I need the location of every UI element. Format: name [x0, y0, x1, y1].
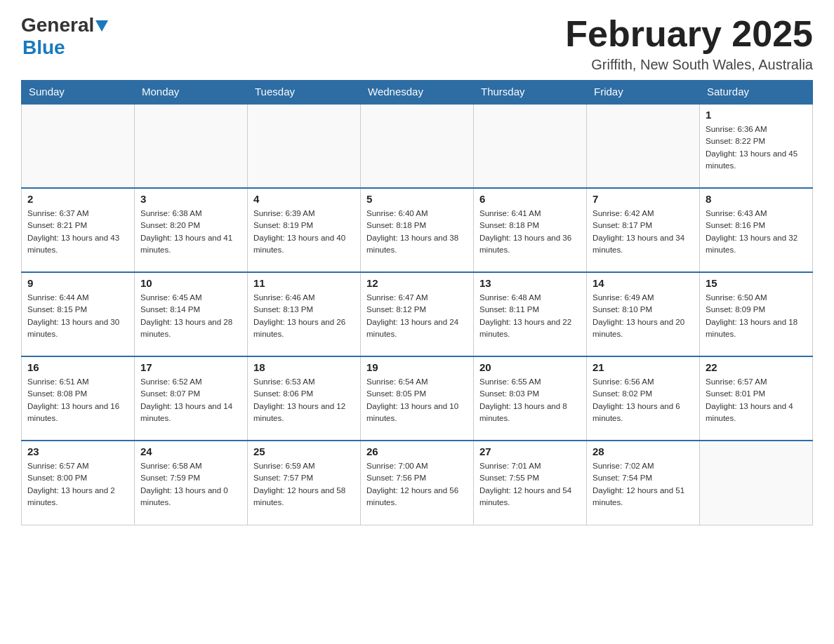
calendar-cell: 23Sunrise: 6:57 AMSunset: 8:00 PMDayligh… — [22, 441, 135, 525]
day-number: 24 — [140, 445, 241, 457]
day-info: Sunrise: 6:53 AMSunset: 8:06 PMDaylight:… — [253, 376, 355, 424]
day-number: 6 — [479, 193, 581, 205]
day-number: 3 — [140, 193, 241, 205]
day-header-monday: Monday — [135, 80, 248, 104]
calendar-cell: 3Sunrise: 6:38 AMSunset: 8:20 PMDaylight… — [135, 188, 248, 272]
day-info: Sunrise: 6:45 AMSunset: 8:14 PMDaylight:… — [140, 292, 241, 340]
day-number: 19 — [366, 361, 468, 373]
day-number: 9 — [27, 277, 128, 289]
calendar-week-row: 16Sunrise: 6:51 AMSunset: 8:08 PMDayligh… — [22, 356, 813, 441]
title-block: February 2025 Griffith, New South Wales,… — [565, 14, 813, 73]
calendar-cell: 22Sunrise: 6:57 AMSunset: 8:01 PMDayligh… — [700, 356, 813, 441]
logo-general-text: General — [21, 14, 94, 36]
calendar-cell: 26Sunrise: 7:00 AMSunset: 7:56 PMDayligh… — [361, 441, 474, 525]
day-info: Sunrise: 6:51 AMSunset: 8:08 PMDaylight:… — [27, 376, 128, 424]
calendar-cell — [587, 104, 700, 188]
calendar-cell: 16Sunrise: 6:51 AMSunset: 8:08 PMDayligh… — [22, 356, 135, 441]
day-number: 20 — [479, 361, 581, 373]
day-info: Sunrise: 6:42 AMSunset: 8:17 PMDaylight:… — [593, 208, 694, 256]
calendar-cell: 15Sunrise: 6:50 AMSunset: 8:09 PMDayligh… — [700, 272, 813, 356]
day-header-sunday: Sunday — [22, 80, 135, 104]
calendar-cell — [474, 104, 587, 188]
calendar-week-row: 23Sunrise: 6:57 AMSunset: 8:00 PMDayligh… — [22, 441, 813, 525]
page-header: General Blue February 2025 Griffith, New… — [21, 14, 813, 73]
calendar-cell: 28Sunrise: 7:02 AMSunset: 7:54 PMDayligh… — [587, 441, 700, 525]
calendar-cell: 8Sunrise: 6:43 AMSunset: 8:16 PMDaylight… — [700, 188, 813, 272]
day-number: 28 — [593, 445, 694, 457]
location-subtitle: Griffith, New South Wales, Australia — [565, 57, 813, 73]
day-info: Sunrise: 6:48 AMSunset: 8:11 PMDaylight:… — [479, 292, 581, 340]
day-number: 21 — [593, 361, 694, 373]
day-number: 25 — [253, 445, 355, 457]
calendar-cell: 5Sunrise: 6:40 AMSunset: 8:18 PMDaylight… — [361, 188, 474, 272]
calendar-cell: 25Sunrise: 6:59 AMSunset: 7:57 PMDayligh… — [248, 441, 361, 525]
day-info: Sunrise: 7:00 AMSunset: 7:56 PMDaylight:… — [366, 460, 468, 509]
day-info: Sunrise: 6:57 AMSunset: 8:00 PMDaylight:… — [27, 460, 128, 509]
day-info: Sunrise: 6:47 AMSunset: 8:12 PMDaylight:… — [366, 292, 468, 340]
day-info: Sunrise: 6:56 AMSunset: 8:02 PMDaylight:… — [593, 376, 694, 424]
day-info: Sunrise: 6:52 AMSunset: 8:07 PMDaylight:… — [140, 376, 241, 424]
day-number: 15 — [706, 277, 807, 289]
day-info: Sunrise: 6:50 AMSunset: 8:09 PMDaylight:… — [706, 292, 807, 340]
day-info: Sunrise: 6:38 AMSunset: 8:20 PMDaylight:… — [140, 208, 241, 256]
day-number: 8 — [706, 193, 807, 205]
day-info: Sunrise: 6:54 AMSunset: 8:05 PMDaylight:… — [366, 376, 468, 424]
calendar-table: SundayMondayTuesdayWednesdayThursdayFrid… — [21, 80, 813, 525]
calendar-cell — [700, 441, 813, 525]
calendar-cell: 17Sunrise: 6:52 AMSunset: 8:07 PMDayligh… — [135, 356, 248, 441]
day-number: 23 — [27, 445, 128, 457]
calendar-cell: 21Sunrise: 6:56 AMSunset: 8:02 PMDayligh… — [587, 356, 700, 441]
day-header-thursday: Thursday — [474, 80, 587, 104]
day-info: Sunrise: 6:59 AMSunset: 7:57 PMDaylight:… — [253, 460, 355, 509]
day-header-friday: Friday — [587, 80, 700, 104]
calendar-cell: 12Sunrise: 6:47 AMSunset: 8:12 PMDayligh… — [361, 272, 474, 356]
calendar-header-row: SundayMondayTuesdayWednesdayThursdayFrid… — [22, 80, 813, 104]
day-number: 12 — [366, 277, 468, 289]
month-title: February 2025 — [565, 14, 813, 54]
day-info: Sunrise: 7:02 AMSunset: 7:54 PMDaylight:… — [593, 460, 694, 509]
day-info: Sunrise: 6:49 AMSunset: 8:10 PMDaylight:… — [593, 292, 694, 340]
day-number: 18 — [253, 361, 355, 373]
day-header-wednesday: Wednesday — [361, 80, 474, 104]
day-info: Sunrise: 6:39 AMSunset: 8:19 PMDaylight:… — [253, 208, 355, 256]
day-info: Sunrise: 6:36 AMSunset: 8:22 PMDaylight:… — [706, 123, 807, 172]
calendar-cell: 14Sunrise: 6:49 AMSunset: 8:10 PMDayligh… — [587, 272, 700, 356]
calendar-cell — [22, 104, 135, 188]
day-header-saturday: Saturday — [700, 80, 813, 104]
day-number: 14 — [593, 277, 694, 289]
calendar-week-row: 1Sunrise: 6:36 AMSunset: 8:22 PMDaylight… — [22, 104, 813, 188]
day-info: Sunrise: 6:44 AMSunset: 8:15 PMDaylight:… — [27, 292, 128, 340]
calendar-cell: 1Sunrise: 6:36 AMSunset: 8:22 PMDaylight… — [700, 104, 813, 188]
day-number: 10 — [140, 277, 241, 289]
logo-blue-text: Blue — [22, 36, 65, 58]
calendar-cell: 24Sunrise: 6:58 AMSunset: 7:59 PMDayligh… — [135, 441, 248, 525]
day-info: Sunrise: 6:37 AMSunset: 8:21 PMDaylight:… — [27, 208, 128, 256]
calendar-cell — [135, 104, 248, 188]
day-header-tuesday: Tuesday — [248, 80, 361, 104]
calendar-cell: 27Sunrise: 7:01 AMSunset: 7:55 PMDayligh… — [474, 441, 587, 525]
day-number: 4 — [253, 193, 355, 205]
day-number: 2 — [27, 193, 128, 205]
day-info: Sunrise: 6:58 AMSunset: 7:59 PMDaylight:… — [140, 460, 241, 509]
calendar-cell: 7Sunrise: 6:42 AMSunset: 8:17 PMDaylight… — [587, 188, 700, 272]
day-info: Sunrise: 6:40 AMSunset: 8:18 PMDaylight:… — [366, 208, 468, 256]
calendar-cell: 4Sunrise: 6:39 AMSunset: 8:19 PMDaylight… — [248, 188, 361, 272]
calendar-cell: 13Sunrise: 6:48 AMSunset: 8:11 PMDayligh… — [474, 272, 587, 356]
day-info: Sunrise: 6:55 AMSunset: 8:03 PMDaylight:… — [479, 376, 581, 424]
day-number: 17 — [140, 361, 241, 373]
day-number: 7 — [593, 193, 694, 205]
calendar-week-row: 2Sunrise: 6:37 AMSunset: 8:21 PMDaylight… — [22, 188, 813, 272]
day-number: 5 — [366, 193, 468, 205]
calendar-cell: 18Sunrise: 6:53 AMSunset: 8:06 PMDayligh… — [248, 356, 361, 441]
day-number: 27 — [479, 445, 581, 457]
day-number: 13 — [479, 277, 581, 289]
calendar-cell: 6Sunrise: 6:41 AMSunset: 8:18 PMDaylight… — [474, 188, 587, 272]
day-info: Sunrise: 7:01 AMSunset: 7:55 PMDaylight:… — [479, 460, 581, 509]
day-number: 26 — [366, 445, 468, 457]
svg-marker-0 — [95, 20, 108, 32]
day-info: Sunrise: 6:41 AMSunset: 8:18 PMDaylight:… — [479, 208, 581, 256]
calendar-cell — [361, 104, 474, 188]
logo-triangle-icon — [95, 14, 108, 36]
day-number: 22 — [706, 361, 807, 373]
day-info: Sunrise: 6:43 AMSunset: 8:16 PMDaylight:… — [706, 208, 807, 256]
